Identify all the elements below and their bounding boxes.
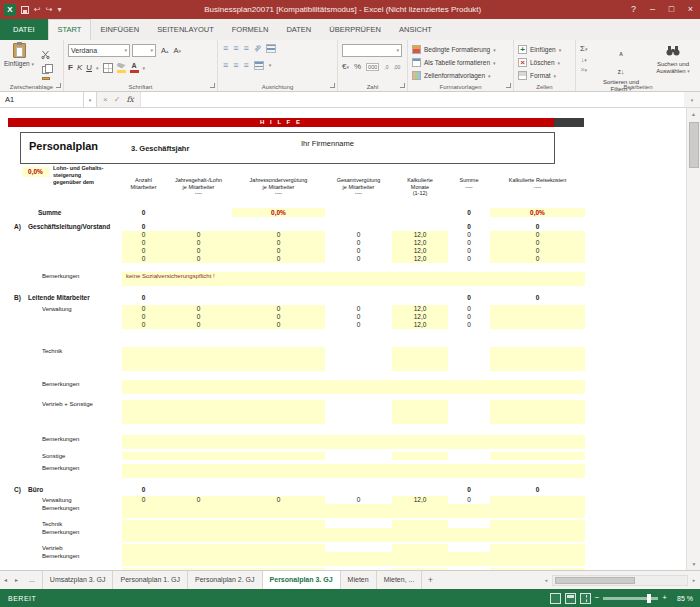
sheet-tab-mieten-[interactable]: Mieten, ... — [377, 571, 423, 589]
input-band[interactable] — [122, 443, 585, 449]
ribbon-tab-formeln[interactable]: FORMELN — [223, 19, 278, 40]
zoom-out-icon[interactable]: − — [595, 593, 600, 603]
cell[interactable] — [165, 355, 232, 363]
sheet-tab-umsatzplan-3-gj[interactable]: Umsatzplan 3. GJ — [43, 571, 114, 589]
row-label[interactable] — [20, 231, 122, 239]
normal-view-icon[interactable] — [550, 593, 561, 604]
zoom-level[interactable]: 85 % — [677, 595, 693, 602]
cell[interactable]: 0 — [232, 239, 325, 247]
row-label[interactable]: Summe — [20, 208, 122, 217]
insert-cells-button[interactable]: +Einfügen▾ — [518, 45, 561, 54]
sheet-tab-personalplan-2-gj[interactable]: Personalplan 2. GJ — [188, 571, 263, 589]
cell[interactable]: 0 — [325, 496, 392, 504]
name-box[interactable]: A1 — [0, 92, 84, 107]
cell[interactable] — [490, 520, 585, 528]
cell[interactable]: 0 — [122, 208, 165, 217]
cell[interactable] — [122, 452, 165, 460]
cell[interactable]: 0 — [325, 305, 392, 313]
cell[interactable] — [448, 408, 490, 416]
cell[interactable] — [165, 520, 232, 528]
cell[interactable] — [232, 520, 325, 528]
cell[interactable] — [232, 416, 325, 424]
column-header-4[interactable]: KalkulierteMonate(1-12) — [392, 177, 448, 197]
cell[interactable] — [165, 416, 232, 424]
cell[interactable]: 12,0 — [392, 247, 448, 255]
remark-cell[interactable] — [122, 504, 585, 512]
cell[interactable]: 0 — [122, 305, 165, 313]
cell[interactable]: 0 — [448, 305, 490, 313]
sheet-tab--[interactable]: ... — [22, 571, 43, 589]
cell[interactable]: 0 — [232, 496, 325, 504]
cell[interactable]: 0 — [122, 313, 165, 321]
cell[interactable] — [392, 222, 448, 231]
cell[interactable]: 0 — [325, 313, 392, 321]
cell[interactable] — [325, 408, 392, 416]
align-middle-icon[interactable]: ≡ — [233, 43, 238, 53]
cell[interactable] — [448, 544, 490, 552]
input-band[interactable] — [122, 388, 585, 394]
cell[interactable] — [122, 520, 165, 528]
cell[interactable] — [232, 293, 325, 302]
cell[interactable] — [392, 416, 448, 424]
cell[interactable] — [122, 408, 165, 416]
cell[interactable]: 0 — [122, 485, 165, 494]
cell[interactable] — [325, 544, 392, 552]
row-label[interactable] — [20, 355, 122, 363]
cell[interactable] — [392, 355, 448, 363]
ribbon-tab-start[interactable]: START — [48, 19, 92, 40]
row-label[interactable] — [20, 472, 122, 478]
cell[interactable]: 0 — [490, 255, 585, 263]
row-label[interactable] — [20, 321, 122, 329]
row-label[interactable] — [20, 388, 122, 394]
column-header-6[interactable]: Kalkulierte Reisekosten---- — [490, 177, 585, 197]
cell[interactable]: 0 — [490, 239, 585, 247]
cell[interactable]: 0 — [232, 255, 325, 263]
cell[interactable] — [448, 363, 490, 371]
dialog-launcher-icon[interactable] — [210, 83, 215, 88]
row-label[interactable]: Bemerkungen — [20, 435, 122, 443]
cell[interactable] — [392, 520, 448, 528]
remark-cell[interactable]: keine Sozialversicherungspflicht ! — [122, 272, 585, 280]
cell[interactable] — [232, 222, 325, 231]
cell[interactable] — [232, 347, 325, 355]
ribbon-tab-einfügen[interactable]: EINFÜGEN — [91, 19, 148, 40]
cell[interactable]: 0 — [122, 293, 165, 302]
row-label[interactable]: Technik — [20, 347, 122, 355]
zoom-slider[interactable] — [603, 597, 658, 600]
cell[interactable]: 12,0 — [392, 231, 448, 239]
cell[interactable] — [448, 400, 490, 408]
row-label[interactable]: Technik — [20, 520, 122, 528]
cell[interactable] — [392, 452, 448, 460]
cell[interactable]: 0 — [490, 231, 585, 239]
row-label[interactable]: Sonstige — [20, 452, 122, 460]
cell[interactable] — [232, 485, 325, 494]
scroll-up-icon[interactable]: ▲ — [688, 108, 700, 120]
cell[interactable]: 0 — [448, 313, 490, 321]
cell[interactable] — [122, 416, 165, 424]
increase-decimal-icon[interactable]: ,0 — [384, 64, 388, 70]
save-icon[interactable] — [21, 6, 29, 14]
cell[interactable] — [232, 355, 325, 363]
row-label[interactable]: Bemerkungen — [20, 504, 122, 512]
cell[interactable] — [122, 347, 165, 355]
cell[interactable] — [490, 400, 585, 408]
input-band[interactable] — [122, 280, 585, 286]
dialog-launcher-icon[interactable] — [330, 83, 335, 88]
cell[interactable]: 12,0 — [392, 255, 448, 263]
cell[interactable]: 0 — [165, 496, 232, 504]
cell[interactable] — [448, 416, 490, 424]
page-break-view-icon[interactable] — [580, 593, 591, 604]
wrap-text-icon[interactable] — [266, 44, 276, 53]
ribbon-tab-daten[interactable]: DATEN — [277, 19, 320, 40]
decrease-decimal-icon[interactable]: ,00 — [393, 64, 400, 70]
row-label[interactable]: Verwaltung — [20, 305, 122, 313]
row-label[interactable] — [20, 247, 122, 255]
cell[interactable]: 12,0 — [392, 305, 448, 313]
zoom-slider-thumb[interactable] — [647, 594, 651, 603]
column-header-3[interactable]: Gesamtvergütungje Mitarbeiter---- — [325, 177, 392, 197]
borders-icon[interactable] — [103, 63, 113, 73]
cell[interactable]: 0 — [232, 231, 325, 239]
page-layout-view-icon[interactable] — [565, 593, 576, 604]
cell[interactable]: 0 — [448, 222, 490, 231]
format-cells-button[interactable]: Format▾ — [518, 71, 556, 80]
